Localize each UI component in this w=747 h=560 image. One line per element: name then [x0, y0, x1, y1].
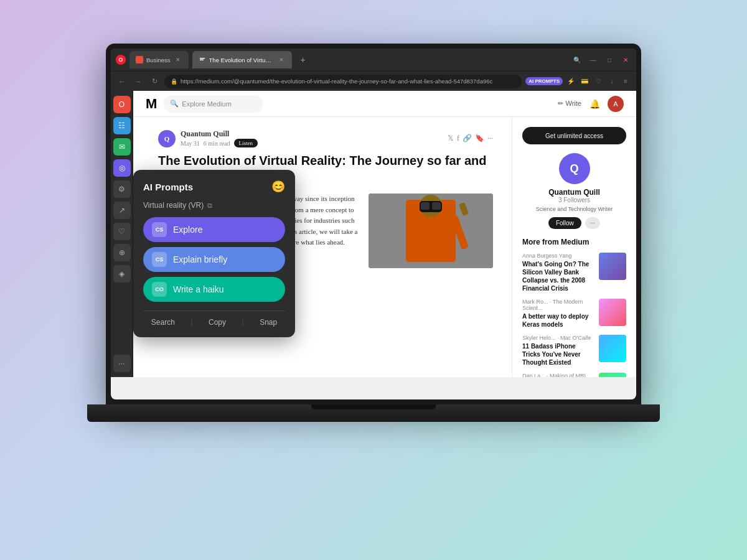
- article-sidebar: Get unlimited access Q Quantum Quill 3 F…: [512, 117, 636, 377]
- medium-search-bar[interactable]: 🔍 Explore Medium: [164, 95, 263, 113]
- article-image-content: [369, 194, 493, 268]
- get-access-button[interactable]: Get unlimited access: [522, 127, 626, 144]
- user-avatar[interactable]: A: [608, 96, 624, 112]
- ai-prompts-badge[interactable]: AI PROMPTS: [525, 77, 563, 85]
- browser-body: O ☷ ✉ ◎ ⚙ ↗ ♡ ⊕ ◈ ··· M: [111, 91, 636, 377]
- sidebar-thumb-1: [599, 253, 626, 280]
- follow-button[interactable]: Follow: [548, 217, 581, 229]
- address-text: https://medium.com/@quantumed/the-evolut…: [181, 78, 492, 85]
- ai-copy-btn[interactable]: Copy: [209, 318, 226, 327]
- svg-rect-8: [432, 202, 441, 210]
- ai-popup-emoji[interactable]: 😊: [271, 180, 285, 194]
- sidebar-icon-3[interactable]: ◎: [113, 159, 131, 177]
- left-sidebar: O ☷ ✉ ◎ ⚙ ↗ ♡ ⊕ ◈ ···: [111, 91, 133, 377]
- sidebar-icon-6[interactable]: ♡: [113, 223, 131, 240]
- forward-button[interactable]: →: [132, 75, 144, 88]
- tab-business-label: Business: [146, 57, 171, 63]
- tab-article-label: The Evolution of Virtual Reali...: [209, 57, 274, 63]
- author-card-followers: 3 Followers: [522, 197, 626, 203]
- ai-copy-selected-icon[interactable]: ⧉: [207, 202, 212, 210]
- maximize-btn[interactable]: □: [604, 54, 615, 65]
- sidebar-icon-4[interactable]: ⚙: [113, 180, 131, 198]
- sidebar-article-2[interactable]: Mark Ro... · The Modern Scient... A bett…: [522, 299, 626, 329]
- download-btn[interactable]: ↓: [606, 76, 618, 87]
- sidebar-icon-5[interactable]: ↗: [113, 202, 131, 219]
- laptop: O Business ✕: [106, 44, 641, 516]
- ai-snap-btn[interactable]: Snap: [260, 318, 277, 327]
- svg-rect-2: [200, 60, 204, 61]
- tab-close-article[interactable]: ✕: [277, 55, 286, 64]
- reload-button[interactable]: ↻: [148, 75, 161, 88]
- ai-prompts-popup: AI Prompts 😊 Virtual reality (VR) ⧉: [133, 170, 295, 337]
- sidebar-icon-opera[interactable]: O: [113, 96, 131, 113]
- write-button[interactable]: ✏ Write: [558, 100, 581, 108]
- article-favicon-svg: [199, 56, 206, 63]
- search-window-btn[interactable]: 🔍: [571, 54, 583, 65]
- toolbar-actions: AI PROMPTS ⚡ 💳 ♡ ↓ ≡: [525, 76, 631, 87]
- sidebar-article-2-text: Mark Ro... · The Modern Scient... A bett…: [522, 299, 594, 329]
- ai-selected-label: Virtual reality (VR): [143, 201, 204, 210]
- sidebar-article-3[interactable]: Skyler Helo... · Mac O'Caife 11 Badass i…: [522, 335, 626, 366]
- share-icons: 𝕏 f 🔗 🔖 ···: [448, 134, 493, 143]
- notifications-btn[interactable]: 🔔: [589, 98, 600, 110]
- svg-rect-1: [200, 58, 205, 59]
- article-author-name[interactable]: Quantum Quill: [181, 129, 258, 139]
- ai-explore-button[interactable]: CS Explore: [143, 217, 285, 242]
- more-icon[interactable]: ···: [487, 134, 493, 143]
- sidebar-icon-2[interactable]: ✉: [113, 138, 131, 156]
- more-button[interactable]: ···: [585, 217, 600, 229]
- sidebar-icon-bottom[interactable]: ···: [113, 355, 131, 372]
- wallet-btn[interactable]: 💳: [579, 76, 590, 87]
- link-icon[interactable]: 🔗: [463, 134, 472, 143]
- facebook-icon[interactable]: f: [457, 134, 459, 143]
- sidebar-article-1[interactable]: Anna Burgess Yang What's Going On? The S…: [522, 253, 626, 292]
- ai-haiku-button[interactable]: CO Write a haiku: [143, 277, 285, 302]
- page-content: M 🔍 Explore Medium ✏ Write 🔔 A: [133, 91, 636, 377]
- sidebar-icon-7[interactable]: ⊕: [113, 244, 131, 261]
- sidebar-author-4: Dan La... · Making of MRI...: [522, 373, 594, 377]
- footer-divider-1: |: [191, 317, 193, 327]
- tab-article[interactable]: The Evolution of Virtual Reali... ✕: [192, 51, 292, 68]
- read-time: 6 min read: [204, 140, 230, 147]
- new-tab-button[interactable]: +: [296, 52, 311, 67]
- tab-business[interactable]: Business ✕: [129, 51, 189, 68]
- medium-header: M 🔍 Explore Medium ✏ Write 🔔 A: [133, 91, 636, 117]
- browser-chrome: O Business ✕: [111, 49, 636, 91]
- haiku-icon-text: CO: [155, 286, 164, 292]
- listen-button[interactable]: Listen: [234, 139, 258, 147]
- sidebar-title-1: What's Going On? The Silicon Valley Bank…: [522, 260, 594, 292]
- author-card: Q Quantum Quill 3 Followers Science and …: [522, 153, 626, 229]
- bookmark-icon[interactable]: 🔖: [475, 134, 484, 143]
- heart-btn[interactable]: ♡: [593, 76, 604, 87]
- sidebar-icon-1[interactable]: ☷: [113, 117, 131, 134]
- ai-explain-button[interactable]: CS Explain briefly: [143, 247, 285, 272]
- extensions-btn[interactable]: ⚡: [565, 76, 576, 87]
- article-hero-image: Photo: Hammer and Tusk / Unsplash: [369, 194, 493, 268]
- address-field[interactable]: 🔒 https://medium.com/@quantumed/the-evol…: [164, 75, 522, 88]
- sidebar-author-3: Skyler Helo... · Mac O'Caife: [522, 335, 594, 341]
- laptop-base: [87, 404, 660, 422]
- more-from-medium-label: More from Medium: [522, 238, 626, 246]
- sidebar-title-3: 11 Badass iPhone Tricks You've Never Tho…: [522, 342, 594, 366]
- sidebar-article-4[interactable]: Dan La... · Making of MRI... Confidently…: [522, 373, 626, 377]
- tab-favicon-article: [199, 56, 206, 63]
- back-button[interactable]: ←: [116, 75, 128, 88]
- explore-btn-label: Explore: [173, 225, 202, 235]
- sidebar-author-1: Anna Burgess Yang: [522, 253, 594, 259]
- sidebar-article-1-text: Anna Burgess Yang What's Going On? The S…: [522, 253, 594, 292]
- medium-logo: M: [146, 96, 156, 112]
- close-btn[interactable]: ✕: [620, 54, 631, 65]
- author-card-actions: Follow ···: [522, 217, 626, 229]
- twitter-icon[interactable]: 𝕏: [448, 134, 454, 143]
- sidebar-article-4-text: Dan La... · Making of MRI... Confidently…: [522, 373, 594, 377]
- sidebar-icon-8[interactable]: ◈: [113, 265, 131, 282]
- sidebar-thumb-3: [599, 335, 626, 362]
- browser-title-bar: O Business ✕: [111, 49, 636, 71]
- tab-favicon-business: [136, 56, 143, 63]
- menu-btn[interactable]: ≡: [620, 76, 631, 87]
- ai-search-btn[interactable]: Search: [151, 318, 175, 327]
- tab-close-business[interactable]: ✕: [174, 55, 182, 64]
- sidebar-author-2: Mark Ro... · The Modern Scient...: [522, 299, 594, 311]
- search-placeholder: Explore Medium: [182, 100, 231, 108]
- minimize-btn[interactable]: —: [588, 54, 599, 65]
